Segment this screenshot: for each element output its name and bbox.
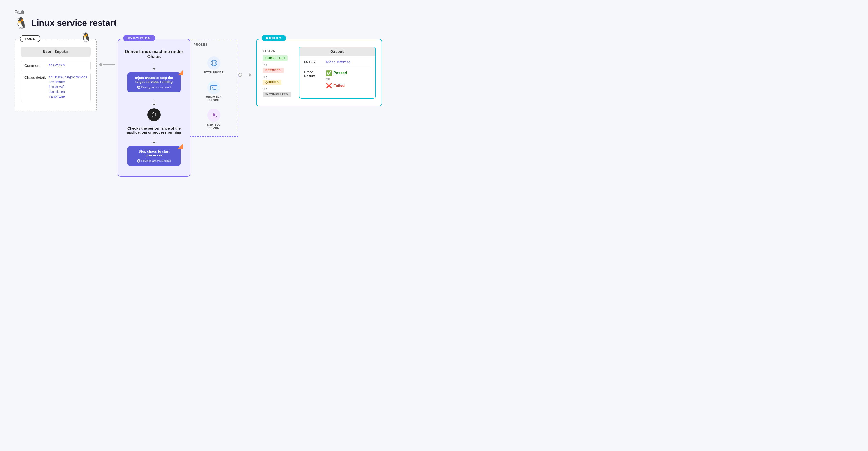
http-probe-label: HTTP PROBE — [204, 71, 224, 74]
probe-results-row: ProbeResults ✅ Passed OR ❌ Failed — [304, 70, 371, 89]
common-value: services — [49, 63, 65, 67]
srm-probe-item: SRM SLOPROBE — [207, 109, 221, 129]
tune-linux-icon: 🐧 — [81, 32, 92, 42]
arrow-dot — [99, 63, 102, 66]
svg-point-7 — [213, 113, 215, 116]
common-input-row: Common services — [21, 61, 91, 70]
or-probe: OR — [326, 78, 347, 81]
chaos-value-2: interval — [49, 85, 87, 89]
chaos-values: selfHealingServices sequence interval du… — [49, 75, 87, 98]
command-probe-label: COMMANDPROBE — [206, 96, 222, 101]
metrics-label: Metrics — [304, 60, 323, 64]
tune-badge: TUNE — [20, 35, 40, 42]
inject-privilege-text: Privilege access required — [142, 86, 171, 89]
corner-badge-1 — [178, 70, 183, 75]
stop-chaos-text: Stop chaos to start processes — [132, 149, 176, 157]
connector-circle — [238, 73, 242, 77]
result-section: RESULT STATUS COMPLETED OR ERRORED OR QU… — [256, 39, 382, 106]
chaos-value-1: sequence — [49, 80, 87, 84]
page-title: 🐧 Linux service restart — [14, 17, 854, 29]
or-3: OR — [262, 87, 294, 91]
inject-chaos-text: Inject chaos to stop the target services… — [132, 76, 176, 84]
srm-probe-label: SRM SLOPROBE — [207, 123, 221, 129]
probe-result-connector — [238, 73, 251, 77]
privilege-icon-1: ⊕ — [137, 86, 141, 89]
srm-probe-svg — [210, 112, 217, 119]
passed-item: ✅ Passed — [326, 70, 347, 76]
passed-label: Passed — [334, 71, 347, 75]
command-probe-icon — [207, 81, 220, 94]
cmd-probe-svg — [210, 84, 217, 91]
status-completed: COMPLETED — [262, 56, 288, 61]
probes-section: PROBES HTTP PROBE — [190, 39, 238, 137]
probe-results-label: ProbeResults — [304, 70, 323, 78]
probes-label: PROBES — [194, 43, 208, 46]
stop-chaos-box: Stop chaos to start processes ⊕ Privileg… — [127, 146, 181, 166]
exec-arrow-3 — [154, 137, 154, 143]
inject-chaos-box: Inject chaos to stop the target services… — [127, 72, 181, 92]
command-probe-item: COMMANDPROBE — [206, 81, 222, 101]
probe-results-values: ✅ Passed OR ❌ Failed — [326, 70, 347, 89]
status-column: STATUS COMPLETED OR ERRORED OR QUEUED OR… — [262, 47, 294, 98]
result-badge: RESULT — [261, 35, 286, 41]
fault-label: Fault — [14, 10, 854, 15]
linux-icon: 🐧 — [14, 17, 28, 29]
http-probe-item: HTTP PROBE — [204, 56, 224, 74]
execution-badge: EXECUTION — [123, 35, 155, 41]
common-label: Common — [25, 63, 49, 67]
title-text: Linux service restart — [31, 18, 117, 28]
stop-privilege-text: Privilege access required — [142, 159, 171, 162]
metrics-value: chaos metrics — [326, 60, 350, 64]
chaos-value-4: rampTime — [49, 95, 87, 98]
result-inner: STATUS COMPLETED OR ERRORED OR QUEUED OR… — [262, 47, 376, 98]
corner-badge-2 — [178, 144, 183, 149]
chaos-value-3: duration — [49, 90, 87, 94]
output-header: Output — [299, 47, 375, 56]
connector-arrow — [249, 73, 251, 76]
exec-title: Derive Linux machine under Chaos — [124, 49, 184, 59]
failed-icon: ❌ — [326, 83, 332, 89]
user-inputs-box: User Inputs — [21, 47, 91, 57]
execution-section: EXECUTION Derive Linux machine under Cha… — [118, 39, 190, 177]
diagram-container: TUNE 🐧 User Inputs Common services Chaos… — [14, 39, 854, 177]
stop-privilege-badge: ⊕ Privilege access required — [132, 159, 176, 162]
chaos-input-row: Chaos details selfHealingServices sequen… — [21, 73, 91, 101]
status-incompleted: INCOMPLETED — [262, 92, 291, 97]
privilege-icon-2: ⊕ — [137, 159, 141, 162]
srm-probe-icon — [207, 109, 220, 122]
tune-section: TUNE 🐧 User Inputs Common services Chaos… — [14, 39, 97, 112]
or-2: OR — [262, 75, 294, 79]
status-label: STATUS — [262, 49, 294, 53]
chaos-label: Chaos details — [25, 75, 49, 80]
metrics-row: Metrics chaos metrics — [304, 60, 371, 64]
output-column: Output Metrics chaos metrics ProbeResult… — [299, 47, 376, 98]
output-divider — [304, 67, 371, 68]
http-probe-icon — [207, 56, 220, 69]
chaos-value-0: selfHealingServices — [49, 75, 87, 79]
inject-privilege-badge: ⊕ Privilege access required — [132, 86, 176, 89]
failed-label: Failed — [334, 84, 345, 88]
or-1: OR — [262, 63, 294, 67]
exec-arrow-1 — [154, 64, 154, 69]
output-body: Metrics chaos metrics ProbeResults ✅ Pas… — [299, 56, 375, 92]
passed-icon: ✅ — [326, 70, 332, 76]
exec-arrow-2 — [154, 99, 154, 106]
clock-icon: ⏱ — [148, 108, 161, 121]
check-performance-text: Checks the performance of the applicatio… — [124, 126, 184, 134]
http-probe-svg — [210, 59, 217, 67]
tune-to-execution-arrow — [97, 63, 118, 66]
status-queued: QUEUED — [262, 80, 281, 85]
page-header: Fault 🐧 Linux service restart — [14, 10, 854, 29]
probe-items-list: HTTP PROBE COMMANDPROBE — [195, 56, 233, 129]
arrow-line — [103, 64, 115, 65]
status-errored: ERRORED — [262, 67, 284, 73]
connector-line — [242, 74, 249, 75]
failed-item: ❌ Failed — [326, 83, 347, 89]
